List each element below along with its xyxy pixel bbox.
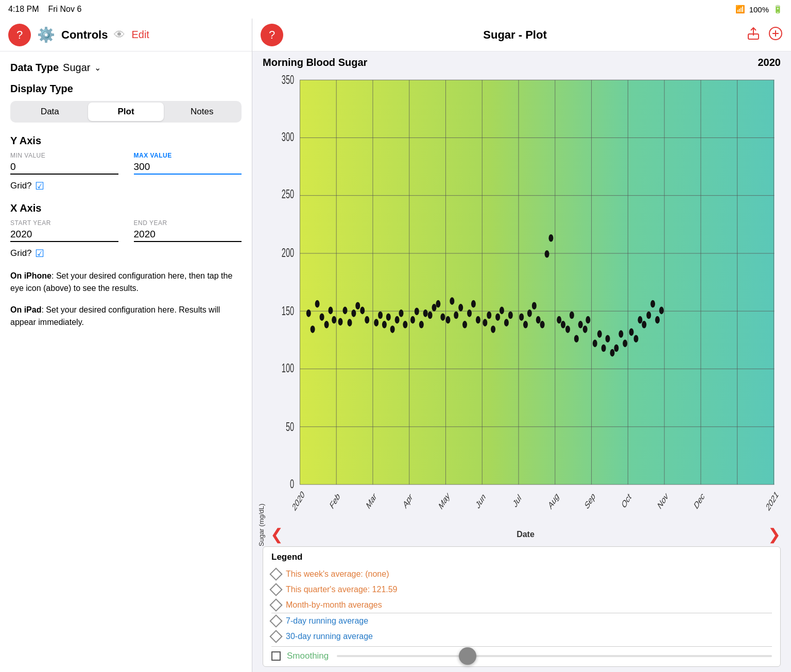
svg-point-99 bbox=[557, 316, 561, 324]
svg-text:0: 0 bbox=[290, 477, 294, 491]
svg-text:May: May bbox=[437, 490, 451, 512]
svg-point-72 bbox=[428, 312, 433, 319]
svg-point-76 bbox=[445, 316, 450, 324]
battery-icon: 🔋 bbox=[773, 5, 783, 14]
svg-text:Dec: Dec bbox=[693, 490, 706, 511]
svg-point-110 bbox=[606, 335, 610, 342]
svg-point-65 bbox=[395, 316, 400, 324]
svg-point-97 bbox=[545, 250, 549, 258]
controls-content: Data Type Sugar ⌄ Display Type Data Plot… bbox=[0, 51, 252, 672]
status-time: 4:18 PM bbox=[8, 5, 39, 13]
x-axis-section: X Axis START YEAR END YEAR Grid? ☑ bbox=[10, 202, 242, 260]
y-axis-label: Sugar (mg/dL) bbox=[257, 71, 265, 546]
info-ipad: On iPad: Set your desired configuration … bbox=[10, 304, 242, 329]
svg-text:Apr: Apr bbox=[402, 491, 414, 511]
y-axis-inputs: MIN VALUE MAX VALUE bbox=[10, 152, 242, 175]
svg-point-111 bbox=[610, 349, 615, 357]
gear-button[interactable]: ⚙️ bbox=[37, 26, 55, 43]
data-type-chevron[interactable]: ⌄ bbox=[94, 63, 101, 73]
legend-item-month: Month-by-month averages bbox=[271, 597, 772, 613]
y-grid-checkbox[interactable]: ☑ bbox=[35, 180, 44, 192]
legend-item-quarter: This quarter's average: 121.59 bbox=[271, 582, 772, 597]
svg-point-100 bbox=[561, 321, 565, 329]
ipad-text: : Set your desired configuration here. R… bbox=[10, 305, 220, 326]
x-end-input[interactable] bbox=[134, 228, 242, 242]
y-min-label: MIN VALUE bbox=[10, 152, 118, 159]
y-max-input[interactable] bbox=[134, 160, 242, 175]
prev-arrow[interactable]: ❮ bbox=[270, 525, 283, 543]
svg-point-79 bbox=[458, 304, 463, 312]
legend-7day-text: 7-day running average bbox=[286, 616, 368, 626]
smoothing-checkbox[interactable] bbox=[271, 651, 281, 661]
edit-button[interactable]: Edit bbox=[131, 29, 149, 41]
y-min-group: MIN VALUE bbox=[10, 152, 118, 175]
help-button-left[interactable]: ? bbox=[8, 24, 31, 46]
svg-text:Oct: Oct bbox=[621, 491, 633, 511]
svg-point-49 bbox=[320, 313, 324, 321]
legend-diamond-quarter bbox=[269, 583, 282, 596]
x-start-input[interactable] bbox=[10, 228, 118, 242]
y-grid-label: Grid? bbox=[10, 181, 32, 191]
y-min-input[interactable] bbox=[10, 160, 118, 175]
controls-title: Controls bbox=[61, 28, 108, 42]
eye-button[interactable]: 👁 bbox=[114, 28, 125, 42]
svg-point-54 bbox=[343, 307, 348, 315]
x-end-label: END YEAR bbox=[134, 219, 242, 227]
svg-point-59 bbox=[365, 316, 369, 324]
svg-point-86 bbox=[491, 325, 495, 333]
svg-point-117 bbox=[638, 316, 642, 324]
svg-point-66 bbox=[399, 309, 403, 317]
svg-point-105 bbox=[583, 325, 588, 333]
x-axis-title: Date bbox=[517, 530, 535, 539]
smoothing-slider-track[interactable] bbox=[337, 655, 772, 657]
svg-point-103 bbox=[574, 335, 579, 342]
x-grid-checkbox[interactable]: ☑ bbox=[35, 247, 44, 260]
plot-title: Sugar - Plot bbox=[283, 28, 747, 42]
svg-point-70 bbox=[419, 321, 424, 329]
svg-point-83 bbox=[476, 316, 480, 324]
svg-point-51 bbox=[328, 307, 333, 315]
next-arrow[interactable]: ❯ bbox=[768, 525, 781, 543]
svg-text:50: 50 bbox=[286, 420, 294, 434]
svg-point-68 bbox=[410, 316, 415, 324]
x-axis-inputs: START YEAR END YEAR bbox=[10, 219, 242, 242]
svg-point-58 bbox=[360, 307, 365, 315]
smoothing-slider-thumb[interactable] bbox=[459, 647, 476, 665]
svg-text:100: 100 bbox=[282, 361, 294, 375]
svg-point-101 bbox=[565, 325, 570, 333]
seg-notes[interactable]: Notes bbox=[164, 102, 240, 121]
seg-plot[interactable]: Plot bbox=[88, 102, 164, 121]
add-button[interactable] bbox=[768, 26, 783, 44]
chart-nav-row: ❮ Date ❯ bbox=[265, 522, 786, 546]
legend-diamond-month bbox=[269, 598, 282, 611]
x-end-group: END YEAR bbox=[134, 219, 242, 242]
right-nav-bar: ? Sugar - Plot bbox=[252, 19, 791, 51]
svg-text:Nov: Nov bbox=[656, 490, 669, 511]
x-start-label: START YEAR bbox=[10, 219, 118, 227]
left-nav-bar: ? ⚙️ Controls 👁 Edit bbox=[0, 19, 252, 51]
seg-data[interactable]: Data bbox=[12, 102, 88, 121]
data-type-label: Data Type bbox=[10, 62, 59, 74]
ipad-bold: On iPad bbox=[10, 305, 41, 314]
legend-diamond-30day bbox=[269, 630, 282, 643]
y-max-group: MAX VALUE bbox=[134, 152, 242, 175]
display-type-segmented[interactable]: Data Plot Notes bbox=[10, 101, 242, 123]
svg-text:2021: 2021 bbox=[765, 489, 780, 513]
share-button[interactable] bbox=[747, 27, 760, 43]
svg-point-53 bbox=[338, 318, 343, 326]
x-grid-row: Grid? ☑ bbox=[10, 247, 242, 260]
legend-diamond-week bbox=[269, 567, 282, 580]
svg-point-118 bbox=[642, 321, 646, 329]
svg-point-91 bbox=[519, 313, 524, 321]
legend-item-7day: 7-day running average bbox=[271, 613, 772, 629]
svg-rect-2 bbox=[300, 80, 774, 485]
legend-quarter-text: This quarter's average: 121.59 bbox=[286, 585, 398, 594]
legend-title: Legend bbox=[271, 552, 772, 562]
status-time-date: 4:18 PM Fri Nov 6 bbox=[8, 5, 81, 14]
svg-point-114 bbox=[623, 340, 627, 348]
help-button-right[interactable]: ? bbox=[261, 24, 283, 46]
svg-point-63 bbox=[386, 313, 391, 321]
svg-point-62 bbox=[382, 321, 387, 329]
svg-point-112 bbox=[614, 344, 618, 352]
svg-point-52 bbox=[332, 316, 336, 324]
